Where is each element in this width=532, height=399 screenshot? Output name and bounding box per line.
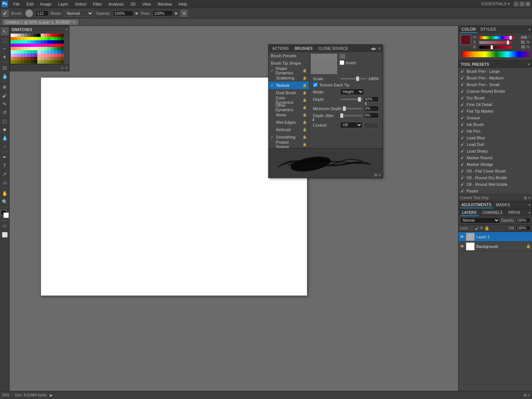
swatch[interactable] bbox=[57, 37, 61, 40]
swatch[interactable] bbox=[37, 37, 41, 40]
swatch[interactable] bbox=[54, 34, 57, 37]
eyedropper-tool[interactable]: 💧 bbox=[1, 72, 9, 80]
swatch[interactable] bbox=[37, 54, 41, 57]
zoom-tool[interactable]: 🔍 bbox=[1, 198, 9, 206]
swatch[interactable] bbox=[37, 47, 41, 50]
layers-collapse[interactable]: ▾ bbox=[529, 211, 531, 215]
tab-adjustments[interactable]: ADJUSTMENTS bbox=[460, 202, 493, 208]
color-spectrum-bar[interactable] bbox=[463, 51, 529, 57]
swatch[interactable] bbox=[31, 54, 34, 57]
swatch[interactable] bbox=[21, 44, 24, 47]
swatch[interactable] bbox=[54, 37, 57, 40]
swatch[interactable] bbox=[34, 34, 37, 37]
swatch[interactable] bbox=[44, 50, 47, 54]
menu-image[interactable]: Image bbox=[37, 1, 55, 7]
min-depth-slider[interactable] bbox=[343, 108, 362, 109]
swatch[interactable] bbox=[51, 37, 54, 40]
swatch[interactable] bbox=[61, 60, 64, 64]
presets-options-icon[interactable]: ≡ bbox=[528, 196, 531, 200]
preset-ink-brush[interactable]: 🖌 Ink Brush bbox=[458, 121, 532, 128]
swatch[interactable] bbox=[37, 60, 41, 64]
menu-file[interactable]: File bbox=[10, 1, 23, 7]
swatch[interactable] bbox=[37, 34, 41, 37]
menu-3d[interactable]: 3D bbox=[127, 1, 139, 7]
swatch[interactable] bbox=[17, 47, 21, 50]
blend-mode-select[interactable]: Normal bbox=[460, 217, 500, 224]
other-dynamics-item[interactable]: ✓ Other Dynamics 🔒 bbox=[269, 104, 309, 111]
swatch[interactable] bbox=[14, 34, 17, 37]
preset-oil-round-dry-bristle[interactable]: 🖌 Oil - Round Dry Bristle bbox=[458, 174, 532, 181]
swatch[interactable] bbox=[51, 47, 54, 50]
preset-lead-blue[interactable]: 🖌 Lead Blue bbox=[458, 134, 532, 141]
swatch[interactable] bbox=[34, 54, 37, 57]
tab-paths[interactable]: PATHS bbox=[506, 210, 522, 216]
menu-view[interactable]: View bbox=[139, 1, 154, 7]
b-slider[interactable] bbox=[479, 46, 512, 49]
lock-image-icon[interactable]: 🖌 bbox=[475, 226, 479, 231]
swatch[interactable] bbox=[17, 40, 21, 44]
preset-pastel[interactable]: 🖌 Pastel bbox=[458, 188, 532, 194]
swatch[interactable] bbox=[47, 40, 51, 44]
swatch[interactable] bbox=[37, 50, 41, 54]
invert-checkbox[interactable] bbox=[340, 60, 344, 65]
swatch[interactable] bbox=[21, 40, 24, 44]
background-vis-icon[interactable]: 👁 bbox=[460, 244, 464, 249]
scale-thumb[interactable] bbox=[356, 76, 359, 81]
swatches-add-icon[interactable]: ↙ bbox=[61, 66, 64, 70]
move-tool[interactable]: ↖ bbox=[1, 27, 9, 35]
swatch[interactable] bbox=[41, 50, 44, 54]
lasso-tool[interactable]: ⌐ bbox=[1, 44, 9, 52]
swatch[interactable] bbox=[14, 40, 17, 44]
brush-preview[interactable] bbox=[25, 9, 33, 17]
swatch[interactable] bbox=[41, 47, 44, 50]
menu-edit[interactable]: Edit bbox=[24, 1, 37, 7]
swatch[interactable] bbox=[57, 50, 61, 54]
menu-analysis[interactable]: Analysis bbox=[106, 1, 127, 7]
tab-brushes[interactable]: BRUSHES bbox=[292, 46, 314, 51]
swatch[interactable] bbox=[21, 50, 24, 54]
preset-marker-round[interactable]: 🖌 Marker Round bbox=[458, 154, 532, 161]
swatch[interactable] bbox=[11, 60, 14, 64]
swatch[interactable] bbox=[61, 40, 64, 44]
swatch[interactable] bbox=[57, 34, 61, 37]
tab-styles[interactable]: STYLES bbox=[479, 26, 497, 33]
swatch[interactable] bbox=[47, 60, 51, 64]
swatch[interactable] bbox=[47, 37, 51, 40]
min-depth-input[interactable] bbox=[364, 106, 379, 111]
swatch[interactable] bbox=[27, 50, 31, 54]
preset-lead-dull[interactable]: 🖌 Lead Dull bbox=[458, 141, 532, 148]
opacity-input[interactable] bbox=[113, 10, 133, 16]
swatch[interactable] bbox=[34, 40, 37, 44]
swatch[interactable] bbox=[51, 54, 54, 57]
swatch[interactable] bbox=[24, 57, 27, 60]
swatch[interactable] bbox=[17, 44, 21, 47]
lock-transparent-icon[interactable]: ⬚ bbox=[470, 226, 474, 231]
s-slider[interactable] bbox=[479, 41, 512, 44]
swatch[interactable] bbox=[54, 60, 57, 64]
brush-tip-shape-item[interactable]: Brush Tip Shape bbox=[269, 59, 309, 67]
preset-flat-tip-marker[interactable]: 🖌 Flat Tip Marker bbox=[458, 108, 532, 115]
swatch[interactable] bbox=[61, 47, 64, 50]
swatch[interactable] bbox=[61, 57, 64, 60]
flow-input[interactable] bbox=[153, 10, 173, 16]
menu-layer[interactable]: Layer bbox=[55, 1, 71, 7]
preset-marker-wedge[interactable]: 🖌 Marker Wedge bbox=[458, 161, 532, 168]
swatch[interactable] bbox=[11, 44, 14, 47]
swatch[interactable] bbox=[44, 44, 47, 47]
layer-item-background[interactable]: 👁 Background 🔒 bbox=[458, 242, 532, 251]
swatch[interactable] bbox=[21, 60, 24, 64]
tab-masks[interactable]: MASKS bbox=[494, 202, 512, 208]
tab-layers[interactable]: LAYERS bbox=[460, 210, 479, 216]
swatch[interactable] bbox=[44, 60, 47, 64]
opacity-value-input[interactable] bbox=[516, 218, 531, 223]
swatch[interactable] bbox=[54, 40, 57, 44]
swatch[interactable] bbox=[57, 44, 61, 47]
swatch[interactable] bbox=[41, 34, 44, 37]
swatch[interactable] bbox=[61, 34, 64, 37]
close-button[interactable]: ✕ bbox=[525, 1, 531, 7]
swatch[interactable] bbox=[14, 54, 17, 57]
swatch[interactable] bbox=[44, 47, 47, 50]
tab-actions[interactable]: ACTIONS bbox=[270, 46, 291, 51]
swatch[interactable] bbox=[61, 44, 64, 47]
swatch[interactable] bbox=[41, 37, 44, 40]
